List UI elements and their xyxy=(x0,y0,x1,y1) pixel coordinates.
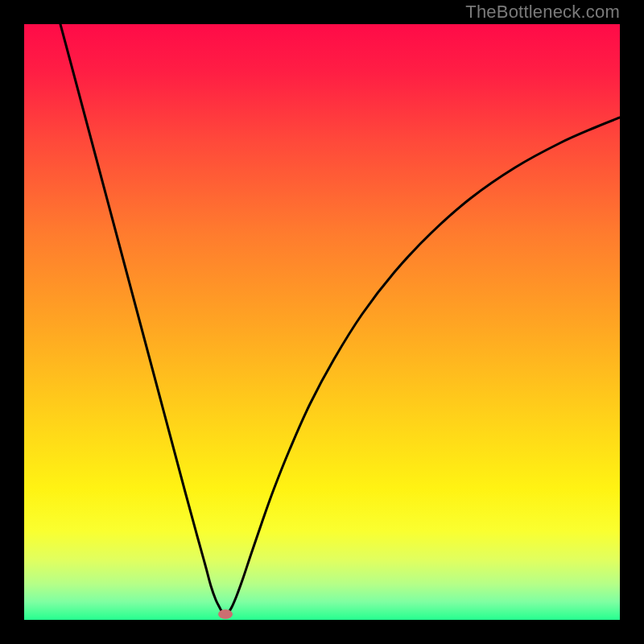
chart-frame: TheBottleneck.com xyxy=(0,0,644,644)
gradient-background xyxy=(24,24,620,620)
chart-svg xyxy=(24,24,620,620)
optimal-point-marker xyxy=(218,609,233,619)
watermark-label: TheBottleneck.com xyxy=(465,2,620,23)
plot-area xyxy=(24,24,620,620)
